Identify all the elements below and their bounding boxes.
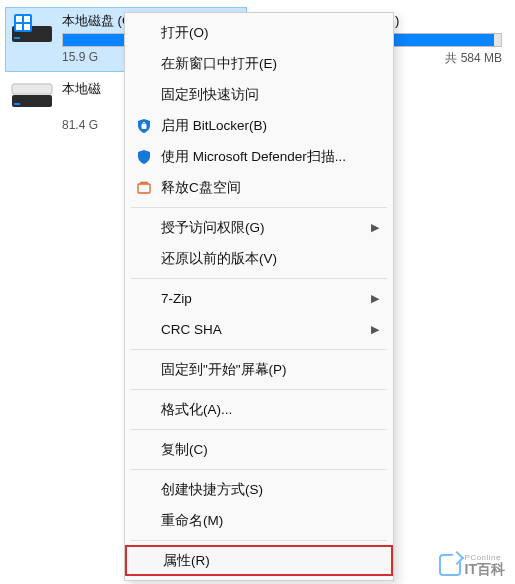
menu-format-label: 格式化(A)... — [161, 401, 232, 419]
menu-open-new-window[interactable]: 在新窗口中打开(E) — [125, 48, 393, 79]
menu-7zip[interactable]: 7-Zip▶ — [125, 283, 393, 314]
menu-pin-start-label: 固定到"开始"屏幕(P) — [161, 361, 287, 379]
menu-properties-label: 属性(R) — [163, 552, 210, 570]
menu-bitlocker-label: 启用 BitLocker(B) — [161, 117, 267, 135]
watermark-logo-icon — [439, 554, 461, 576]
menu-crc-sha[interactable]: CRC SHA▶ — [125, 314, 393, 345]
svg-rect-3 — [16, 16, 22, 22]
menu-free-c-space[interactable]: 释放C盘空间 — [125, 172, 393, 203]
chevron-right-icon: ▶ — [371, 221, 379, 234]
svg-rect-4 — [24, 16, 30, 22]
menu-crc-sha-label: CRC SHA — [161, 322, 222, 337]
menu-free-c-label: 释放C盘空间 — [161, 179, 241, 197]
menu-copy-label: 复制(C) — [161, 441, 208, 459]
watermark: PConline IT百科 — [439, 553, 505, 576]
menu-open-new-label: 在新窗口中打开(E) — [161, 55, 277, 73]
context-menu: 打开(O) 在新窗口中打开(E) 固定到快速访问 启用 BitLocker(B)… — [124, 12, 394, 581]
svg-rect-6 — [24, 24, 30, 30]
menu-separator — [131, 389, 387, 390]
menu-open-label: 打开(O) — [161, 24, 209, 42]
chevron-right-icon: ▶ — [371, 323, 379, 336]
menu-restore-previous[interactable]: 还原以前的版本(V) — [125, 243, 393, 274]
svg-rect-1 — [14, 37, 20, 39]
watermark-brand: IT百科 — [465, 562, 505, 576]
menu-format[interactable]: 格式化(A)... — [125, 394, 393, 425]
menu-separator — [131, 540, 387, 541]
svg-rect-10 — [12, 84, 52, 94]
drive-e-label: 本地磁 — [62, 80, 120, 98]
menu-7zip-label: 7-Zip — [161, 291, 192, 306]
chevron-right-icon: ▶ — [371, 292, 379, 305]
drive-e[interactable]: 本地磁 81.4 G — [10, 80, 120, 132]
menu-copy[interactable]: 复制(C) — [125, 434, 393, 465]
menu-separator — [131, 278, 387, 279]
menu-defender-label: 使用 Microsoft Defender扫描... — [161, 148, 346, 166]
svg-rect-11 — [12, 95, 52, 107]
menu-create-shortcut[interactable]: 创建快捷方式(S) — [125, 474, 393, 505]
menu-separator — [131, 349, 387, 350]
cleanup-icon — [135, 179, 153, 197]
svg-rect-12 — [14, 103, 20, 105]
drive-e-icon — [10, 80, 54, 114]
menu-pin-quick-access[interactable]: 固定到快速访问 — [125, 79, 393, 110]
svg-rect-5 — [16, 24, 22, 30]
menu-rename[interactable]: 重命名(M) — [125, 505, 393, 536]
menu-pin-start[interactable]: 固定到"开始"屏幕(P) — [125, 354, 393, 385]
menu-restore-prev-label: 还原以前的版本(V) — [161, 250, 277, 268]
menu-pin-quick-label: 固定到快速访问 — [161, 86, 259, 104]
menu-open[interactable]: 打开(O) — [125, 17, 393, 48]
drive-e-size: 81.4 G — [62, 118, 120, 132]
menu-separator — [131, 469, 387, 470]
menu-properties[interactable]: 属性(R) — [125, 545, 393, 576]
menu-defender-scan[interactable]: 使用 Microsoft Defender扫描... — [125, 141, 393, 172]
shield-icon — [135, 148, 153, 166]
menu-separator — [131, 207, 387, 208]
drive-c-icon — [10, 12, 54, 52]
shield-lock-icon — [135, 117, 153, 135]
menu-grant-access[interactable]: 授予访问权限(G)▶ — [125, 212, 393, 243]
menu-rename-label: 重命名(M) — [161, 512, 223, 530]
drive-e-info: 本地磁 81.4 G — [62, 80, 120, 132]
menu-grant-access-label: 授予访问权限(G) — [161, 219, 265, 237]
menu-bitlocker[interactable]: 启用 BitLocker(B) — [125, 110, 393, 141]
menu-separator — [131, 429, 387, 430]
menu-create-shortcut-label: 创建快捷方式(S) — [161, 481, 263, 499]
svg-rect-15 — [138, 184, 150, 193]
